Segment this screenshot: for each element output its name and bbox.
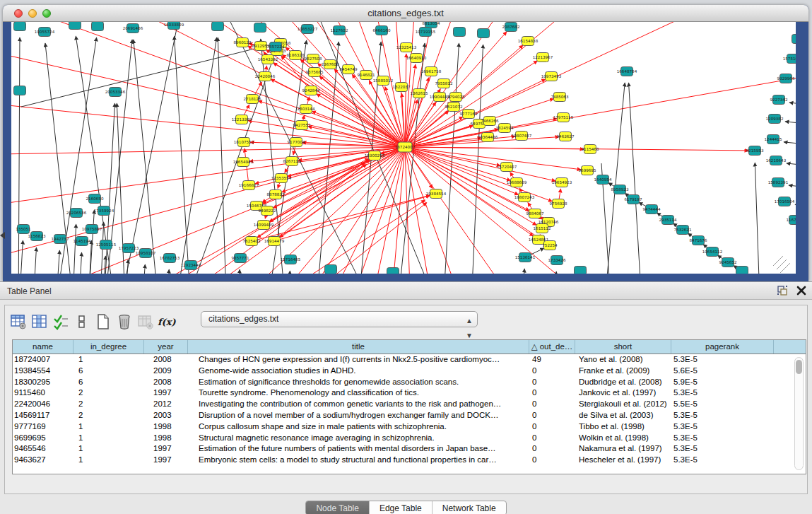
table-cell[interactable]: 5.3E-5 [671, 421, 774, 433]
network-edge[interactable] [134, 40, 160, 274]
network-edge[interactable] [33, 247, 37, 274]
table-row[interactable]: 2242004622012Investigating the contribut… [13, 399, 806, 410]
table-cell[interactable]: 49 [529, 354, 575, 366]
network-node-teal[interactable]: 20053346 [105, 88, 126, 97]
table-cell[interactable]: 6 [73, 377, 144, 388]
network-node-teal[interactable] [736, 267, 748, 274]
network-node-teal[interactable]: 9474444 [643, 205, 661, 214]
network-node-teal[interactable]: 2935114 [659, 216, 677, 225]
network-edge[interactable] [287, 271, 290, 274]
table-cell[interactable]: 18300295 [13, 377, 73, 388]
table-cell[interactable]: 5.3E-5 [671, 455, 774, 466]
network-node-yellow[interactable]: 9375685 [306, 68, 324, 77]
network-node-teal[interactable]: 1640954 [594, 175, 612, 185]
network-node-teal[interactable]: 1733426 [548, 256, 566, 265]
network-node-yellow[interactable]: 7485063 [551, 93, 569, 102]
table-cell[interactable]: 2 [73, 399, 144, 410]
delete-table-icon[interactable] [135, 312, 156, 332]
table-row[interactable]: 946554611997Estimation of the future num… [13, 443, 806, 455]
network-node-teal[interactable] [792, 35, 796, 44]
table-cell[interactable]: 5.3E-5 [671, 443, 774, 455]
network-node-yellow[interactable]: 9621072 [445, 103, 463, 112]
tab-network-table[interactable]: Network Table [433, 501, 506, 514]
network-node-teal[interactable] [254, 23, 266, 33]
column-header-year[interactable]: year [144, 340, 188, 354]
network-node-teal[interactable] [14, 22, 26, 31]
table-cell[interactable]: 0 [529, 443, 575, 455]
network-node-teal[interactable]: 1209382 [766, 115, 784, 124]
network-node-teal[interactable]: 9329966 [777, 74, 795, 83]
table-row[interactable]: 1938455462009Genome-wide association stu… [13, 366, 806, 377]
network-node-yellow[interactable]: 9884067 [526, 209, 544, 218]
table-cell[interactable]: Tibbo et al. (1998) [575, 421, 671, 433]
network-node-teal[interactable]: 8471676 [690, 236, 707, 245]
delete-entries-icon[interactable] [114, 312, 135, 332]
network-node-teal[interactable]: 135051 [16, 225, 31, 234]
network-edge[interactable] [21, 46, 265, 107]
table-cell[interactable]: Yano et al. (2008) [575, 354, 671, 366]
network-edge[interactable] [55, 250, 59, 274]
network-edge[interactable] [236, 269, 240, 274]
table-cell[interactable]: 0 [529, 377, 575, 388]
network-node-teal[interactable] [325, 265, 337, 274]
network-node-yellow[interactable]: 16914479 [264, 237, 285, 246]
table-cell[interactable]: 18724007 [13, 354, 73, 366]
table-cell[interactable]: 5.5E-5 [671, 399, 774, 410]
table-cell[interactable]: 6 [73, 366, 144, 377]
table-cell[interactable]: 5.3E-5 [671, 410, 774, 421]
table-cell[interactable]: 1997 [144, 443, 188, 455]
network-edge[interactable] [789, 185, 796, 188]
table-cell[interactable]: 2008 [144, 354, 188, 366]
function-builder-icon[interactable]: f(x) [156, 312, 177, 332]
table-cell[interactable]: 1 [73, 354, 144, 366]
table-cell[interactable]: Investigating the contribution of common… [188, 399, 529, 410]
network-node-yellow[interactable]: 15720407 [497, 163, 517, 172]
table-cell[interactable]: Genome-wide association studies in ADHD. [188, 366, 529, 377]
network-edge[interactable] [789, 103, 796, 105]
network-edge[interactable] [784, 142, 796, 145]
tab-node-table[interactable]: Node Table [306, 501, 370, 514]
network-node-teal[interactable]: 6466160 [373, 26, 391, 35]
table-cell[interactable]: 2 [73, 387, 144, 399]
network-node-teal[interactable] [478, 29, 490, 38]
network-edge[interactable] [785, 122, 796, 124]
network-node-teal[interactable]: 8958923 [611, 185, 629, 194]
network-node-teal[interactable]: 16648784 [617, 67, 637, 76]
table-cell[interactable]: de Silva et al. (2003) [575, 410, 671, 421]
network-node-yellow[interactable]: 12213389 [232, 115, 252, 124]
network-node-teal[interactable]: 2087682 [502, 23, 520, 32]
network-edge[interactable] [78, 252, 82, 274]
network-node-teal[interactable]: 17359924 [94, 206, 114, 216]
network-node-yellow[interactable]: 9777169 [460, 110, 478, 119]
network-edge[interactable] [405, 147, 796, 274]
table-cell[interactable]: 2 [73, 410, 144, 421]
table-cell[interactable]: 2008 [144, 377, 188, 388]
network-node-yellow[interactable]: 2803144 [298, 105, 315, 114]
table-scrollbar[interactable] [794, 357, 804, 470]
table-row[interactable]: 977716911998Corpus callosum shape and si… [13, 421, 806, 433]
network-node-teal[interactable]: 8215953 [746, 146, 764, 156]
network-node-teal[interactable]: 2160650 [86, 194, 104, 204]
table-cell[interactable]: 14569117 [13, 410, 73, 421]
network-node-yellow[interactable]: 9463627 [557, 132, 575, 141]
network-node-yellow[interactable]: 7625402 [243, 237, 261, 246]
network-node-teal[interactable]: 16033809 [164, 22, 184, 30]
network-node-yellow[interactable]: 12213967 [533, 53, 553, 62]
table-cell[interactable]: 0 [529, 433, 575, 444]
table-cell[interactable]: 9463627 [13, 455, 73, 466]
network-node-yellow[interactable]: 8878832 [267, 190, 285, 199]
network-node-yellow[interactable]: 9827508 [305, 54, 322, 64]
network-node-teal[interactable]: 17016504 [775, 197, 795, 206]
table-settings-icon[interactable] [8, 312, 29, 332]
table-cell[interactable]: Dudbridge et al. (2008) [575, 377, 671, 388]
table-body[interactable]: 1872400712008Changes of HCN gene express… [13, 354, 806, 466]
network-node-teal[interactable]: 16210643 [766, 156, 787, 165]
table-cell[interactable]: Nakamura et al. (1997) [575, 443, 671, 455]
network-node-teal[interactable]: 1527602 [331, 26, 348, 35]
network-edge[interactable] [141, 264, 145, 274]
table-cell[interactable]: Changes of HCN gene expression and I(f) … [188, 354, 529, 366]
network-edge[interactable] [274, 160, 370, 241]
network-edge[interactable] [218, 37, 227, 274]
table-cell[interactable]: 2003 [144, 410, 188, 421]
table-cell[interactable]: Corpus callosum shape and size in male p… [188, 421, 529, 433]
